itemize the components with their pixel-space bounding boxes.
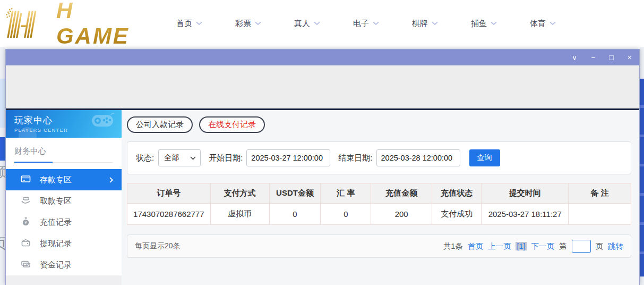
nav-item-label: 棋牌 <box>412 19 428 29</box>
window-gray-area <box>6 65 639 108</box>
nav-item[interactable]: 彩票 <box>235 19 261 29</box>
next-page-link[interactable]: 下一页 <box>531 241 555 252</box>
current-page-indicator: [1] <box>516 242 526 250</box>
sidebar-item-资金记录[interactable]: ¥资金记录 <box>6 254 122 275</box>
player-center-window: ∨−□× 玩家中心 PLAYERS CENTER <box>5 49 640 285</box>
column-header: 备 注 <box>569 183 631 204</box>
nav-item[interactable]: 捕鱼 <box>471 19 497 29</box>
record-tabs: 公司入款记录在线支付记录 <box>127 116 631 133</box>
chevron-down-icon <box>549 21 556 26</box>
table-row: 1743070287662777虚拟币00200支付成功2025-03-27 1… <box>127 204 631 225</box>
nav-item-label: 彩票 <box>235 19 251 29</box>
sidebar-item-label: 充值记录 <box>40 217 72 228</box>
section-underline <box>14 162 113 163</box>
nav-item-label: 捕鱼 <box>471 19 487 29</box>
column-header: 充值状态 <box>432 183 482 204</box>
start-date-input[interactable] <box>246 149 330 166</box>
background-fragment <box>0 79 5 128</box>
background-fragment <box>0 137 5 161</box>
column-header: 订单号 <box>127 183 211 204</box>
jump-prefix-label: 第 <box>559 241 567 252</box>
column-header: USDT金额 <box>269 183 321 204</box>
chevron-right-icon <box>109 177 113 183</box>
chevron-down-icon <box>432 21 438 26</box>
nav-item-label: 电子 <box>353 19 369 29</box>
tab-在线支付记录[interactable]: 在线支付记录 <box>199 116 265 133</box>
site-header: H GAME 首页彩票真人电子棋牌捕鱼体育 <box>0 0 644 47</box>
column-header: 提交时间 <box>482 183 569 204</box>
chevron-down-icon <box>190 156 196 160</box>
sidebar-menu: 存款专区取款专区¥充值记录提现记录¥资金记录 <box>6 169 122 275</box>
finance-section: 财务中心 <box>6 138 122 163</box>
chevron-down-icon <box>196 21 202 26</box>
maximize-icon[interactable]: □ <box>609 54 613 61</box>
column-header: 支付方式 <box>210 183 269 204</box>
table-cell: 0 <box>269 204 321 225</box>
jump-button[interactable]: 跳转 <box>608 241 623 252</box>
records-table: 订单号支付方式USDT金额汇 率充值金额充值状态提交时间备 注 17430702… <box>127 183 631 225</box>
background-fragment-right <box>640 47 644 285</box>
background-fragment: 预 <box>0 163 5 182</box>
background-fragment-left: 预 页 <box>0 47 5 285</box>
end-date-label: 结束日期: <box>338 153 372 163</box>
chevron-down-icon <box>255 21 261 26</box>
table-cell: 0 <box>321 204 371 225</box>
window-titlebar[interactable]: ∨−□× <box>6 49 639 65</box>
first-page-link[interactable]: 首页 <box>468 241 483 252</box>
dropdown-icon[interactable]: ∨ <box>572 54 577 61</box>
sidebar-filler <box>6 275 122 285</box>
finance-section-title: 财务中心 <box>14 146 113 156</box>
background-fragment: 页 <box>0 234 5 253</box>
table-cell: 200 <box>371 204 432 225</box>
chevron-down-icon <box>314 21 320 26</box>
sidebar-item-充值记录[interactable]: ¥充值记录 <box>6 212 122 233</box>
nav-item[interactable]: 体育 <box>530 19 556 29</box>
background-fragment <box>640 79 644 276</box>
table-cell: 虚拟币 <box>210 204 269 225</box>
column-header: 汇 率 <box>321 183 371 204</box>
withdraw-hand-icon <box>21 195 31 207</box>
prev-page-link[interactable]: 上一页 <box>488 241 511 252</box>
sidebar-item-label: 取款专区 <box>40 196 72 206</box>
banknotes-icon: ¥ <box>21 259 31 271</box>
sidebar: 玩家中心 PLAYERS CENTER 财务中心 <box>6 110 122 285</box>
end-date-input[interactable] <box>376 149 460 166</box>
sidebar-item-提现记录[interactable]: 提现记录 <box>6 233 122 254</box>
sidebar-item-取款专区[interactable]: 取款专区 <box>6 190 122 212</box>
main-nav: 首页彩票真人电子棋牌捕鱼体育 <box>176 19 556 29</box>
status-label: 状态: <box>136 153 154 163</box>
table-cell: 1743070287662777 <box>127 204 211 225</box>
sidebar-item-存款专区[interactable]: 存款专区 <box>6 169 122 190</box>
nav-item[interactable]: 真人 <box>294 19 320 29</box>
status-select[interactable]: 全部 <box>158 149 201 166</box>
chevron-down-icon <box>491 21 497 26</box>
svg-text:¥: ¥ <box>25 221 27 224</box>
status-select-value: 全部 <box>164 153 179 163</box>
table-cell: 支付成功 <box>432 204 482 225</box>
page-jump-input[interactable] <box>572 240 591 253</box>
sidebar-item-label: 存款专区 <box>40 175 72 185</box>
nav-item[interactable]: 棋牌 <box>412 19 438 29</box>
pagination-controls: 共1条 首页 上一页 [1] 下一页 第 页 跳转 <box>443 240 623 253</box>
site-logo[interactable]: H GAME <box>5 0 149 49</box>
page-size-text: 每页显示20条 <box>135 241 181 251</box>
logo-bars-icon <box>5 7 53 40</box>
gamepad-icon <box>91 113 115 129</box>
search-button[interactable]: 查询 <box>469 149 500 166</box>
chevron-down-icon <box>373 21 379 26</box>
filter-bar: 状态: 全部 开始日期: 结束日期: 查询 <box>127 141 631 174</box>
minimize-icon[interactable]: − <box>591 54 595 61</box>
close-icon[interactable]: × <box>628 54 632 61</box>
pagination-bar: 每页显示20条 共1条 首页 上一页 [1] 下一页 第 页 跳转 <box>127 234 631 258</box>
deposit-card-icon <box>21 174 31 186</box>
start-date-label: 开始日期: <box>209 153 243 163</box>
sidebar-item-label: 提现记录 <box>40 239 72 249</box>
jump-suffix-label: 页 <box>596 241 604 252</box>
nav-item-label: 体育 <box>530 19 546 29</box>
screen: H GAME 首页彩票真人电子棋牌捕鱼体育 预 页 ∨−□× 玩家中心 PLAY… <box>0 0 644 285</box>
nav-item[interactable]: 首页 <box>176 19 202 29</box>
svg-text:¥: ¥ <box>25 263 28 267</box>
tab-公司入款记录[interactable]: 公司入款记录 <box>127 116 193 133</box>
nav-item[interactable]: 电子 <box>353 19 379 29</box>
players-center-banner: 玩家中心 PLAYERS CENTER <box>6 110 122 138</box>
